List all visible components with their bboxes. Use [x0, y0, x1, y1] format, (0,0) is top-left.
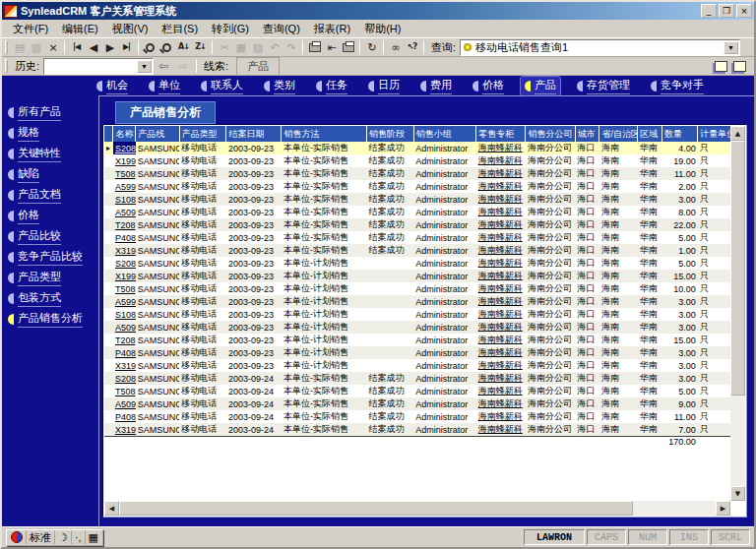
- table-row[interactable]: T508SAMSUNG移动电话2003-09-23本单位-实际销售结案成功Adm…: [104, 167, 730, 180]
- column-header-1[interactable]: 名称: [113, 126, 136, 142]
- menu-item-6[interactable]: 查询(Q): [256, 20, 307, 38]
- product-name-link[interactable]: P408: [113, 346, 136, 359]
- print-preview-button[interactable]: [340, 39, 356, 55]
- menu-item-1[interactable]: 文件(F): [6, 20, 55, 38]
- retail-counter-link[interactable]: 海南蜂新科: [476, 270, 526, 282]
- product-name-link[interactable]: X319: [113, 244, 136, 257]
- table-row[interactable]: S108SAMSUNG移动电话2003-09-23本单位-计划销售Adminis…: [104, 308, 730, 321]
- menu-item-7[interactable]: 报表(R): [307, 20, 357, 38]
- product-name-link[interactable]: A599: [113, 295, 136, 308]
- column-header-13[interactable]: 数量: [662, 126, 698, 142]
- tab-竞争对手[interactable]: 竞争对手: [647, 77, 708, 95]
- cut-button[interactable]: ✂: [216, 39, 232, 55]
- menu-item-8[interactable]: 帮助(H): [357, 20, 408, 38]
- sidebar-item-价格[interactable]: 价格: [8, 206, 98, 226]
- retail-counter-link[interactable]: 海南蜂新科: [476, 167, 526, 180]
- table-row[interactable]: P408SAMSUNG移动电话2003-09-23本单位-实际销售结案成功Adm…: [104, 231, 730, 244]
- close-button[interactable]: ×: [736, 4, 752, 18]
- sidebar-item-产品比较[interactable]: 产品比较: [8, 226, 98, 247]
- table-row[interactable]: A599SAMSUNG移动电话2003-09-23本单位-实际销售结案成功Adm…: [104, 180, 730, 193]
- sort-asc-button[interactable]: A↓: [175, 39, 192, 55]
- product-name-link[interactable]: T508: [113, 167, 136, 180]
- toolbar-gripper[interactable]: [5, 40, 8, 54]
- product-name-link[interactable]: X319: [113, 359, 136, 372]
- paste-button[interactable]: ▨: [249, 39, 266, 55]
- tab-任务[interactable]: 任务: [312, 77, 351, 95]
- table-row[interactable]: T208SAMSUNG移动电话2003-09-23本单位-计划销售Adminis…: [104, 334, 730, 346]
- retail-counter-link[interactable]: 海南蜂新科: [476, 321, 526, 334]
- query-dropdown-arrow[interactable]: ▼: [724, 41, 738, 54]
- retail-counter-link[interactable]: 海南蜂新科: [476, 218, 526, 231]
- print-setup-button[interactable]: ⇤: [323, 39, 340, 55]
- new-record-button[interactable]: ▤: [11, 39, 28, 55]
- product-name-link[interactable]: X199: [113, 154, 136, 167]
- retail-counter-link[interactable]: 海南蜂新科: [476, 346, 526, 359]
- tab-单位[interactable]: 单位: [145, 77, 184, 95]
- sidebar-item-竞争产品比较[interactable]: 竞争产品比较: [8, 247, 98, 268]
- column-header-12[interactable]: 区域: [638, 126, 662, 142]
- zoom-button[interactable]: [142, 39, 158, 55]
- ime-punct-icon[interactable]: ·,: [72, 530, 86, 544]
- retail-counter-link[interactable]: 海南蜂新科: [476, 334, 526, 346]
- sidebar-item-关键特性[interactable]: 关键特性: [8, 144, 98, 164]
- retail-counter-link[interactable]: 海南蜂新科: [476, 180, 526, 193]
- retail-counter-link[interactable]: 海南蜂新科: [476, 385, 526, 397]
- vertical-scroll-thumb[interactable]: [730, 141, 745, 396]
- product-name-link[interactable]: S108: [113, 308, 136, 321]
- tab-类别[interactable]: 类别: [260, 77, 299, 95]
- redo-button[interactable]: ↷: [283, 39, 299, 55]
- table-row[interactable]: X319SAMSUNG移动电话2003-09-23本单位-计划销售Adminis…: [104, 359, 730, 372]
- history-combobox[interactable]: ▼: [43, 58, 154, 75]
- column-header-11[interactable]: 省/自治区: [599, 126, 638, 142]
- column-header-14[interactable]: 计量单位: [698, 126, 730, 142]
- sidebar-item-规格[interactable]: 规格: [8, 123, 98, 144]
- product-name-link[interactable]: X199: [113, 270, 136, 282]
- tab-存货管理[interactable]: 存货管理: [573, 77, 634, 95]
- column-header-4[interactable]: 结案日期: [226, 126, 282, 142]
- table-row[interactable]: S208SAMSUNG移动电话2003-09-23本单位-计划销售Adminis…: [104, 257, 730, 270]
- scroll-down-icon[interactable]: ▼: [730, 486, 745, 501]
- ime-mode-label[interactable]: 标准: [27, 530, 55, 544]
- column-header-2[interactable]: 产品线: [136, 126, 180, 142]
- column-header-10[interactable]: 城市: [575, 126, 599, 142]
- product-name-link[interactable]: P408: [113, 231, 136, 244]
- table-row[interactable]: A509SAMSUNG移动电话2003-09-23本单位-实际销售结案成功Adm…: [104, 206, 730, 218]
- retail-counter-link[interactable]: 海南蜂新科: [476, 295, 526, 308]
- back-icon[interactable]: ⇦: [154, 58, 173, 74]
- table-row[interactable]: P408SAMSUNG移动电话2003-09-24本单位-实际销售结案成功Adm…: [104, 410, 730, 423]
- table-row[interactable]: T208SAMSUNG移动电话2003-09-23本单位-实际销售结案成功Adm…: [104, 218, 730, 231]
- column-header-3[interactable]: 产品类型: [179, 126, 226, 142]
- horizontal-scrollbar[interactable]: ◀ ▶: [104, 501, 730, 516]
- retail-counter-link[interactable]: 海南蜂新科: [476, 423, 526, 437]
- product-name-link[interactable]: T508: [113, 282, 136, 295]
- forward-icon[interactable]: ⇨: [173, 58, 193, 74]
- report-card-icon[interactable]: [715, 61, 727, 72]
- last-record-button[interactable]: ▶|: [118, 39, 135, 55]
- product-name-link[interactable]: A509: [113, 321, 136, 334]
- sidebar-item-缺陷[interactable]: 缺陷: [8, 164, 98, 185]
- refresh-button[interactable]: ↻: [363, 39, 380, 55]
- product-name-link[interactable]: S208: [113, 372, 136, 385]
- table-row[interactable]: P408SAMSUNG移动电话2003-09-23本单位-计划销售Adminis…: [104, 346, 730, 359]
- column-header-9[interactable]: 销售分公司: [526, 126, 575, 142]
- copy-button[interactable]: ▦: [232, 39, 249, 55]
- next-record-button[interactable]: ▶: [101, 39, 118, 55]
- tab-价格[interactable]: 价格: [469, 77, 508, 95]
- product-name-link[interactable]: A509: [113, 206, 136, 218]
- table-row[interactable]: A509SAMSUNG移动电话2003-09-24本单位-实际销售结案成功Adm…: [104, 397, 730, 410]
- zoom-query-button[interactable]: [158, 39, 175, 55]
- column-header-7[interactable]: 销售小组: [413, 126, 476, 142]
- context-help-button[interactable]: ↖?: [404, 39, 420, 55]
- column-header-5[interactable]: 销售方法: [282, 126, 367, 142]
- ime-logo-icon[interactable]: [8, 530, 27, 544]
- product-name-link[interactable]: T208: [113, 218, 136, 231]
- retail-counter-link[interactable]: 海南蜂新科: [476, 359, 526, 372]
- minimize-button[interactable]: _: [701, 4, 717, 18]
- retail-counter-link[interactable]: 海南蜂新科: [476, 410, 526, 423]
- scroll-left-icon[interactable]: ◀: [104, 501, 119, 516]
- find-button[interactable]: ∞: [387, 39, 404, 55]
- tab-费用[interactable]: 费用: [416, 77, 456, 95]
- product-name-link[interactable]: A509: [113, 397, 136, 410]
- table-row[interactable]: X319SAMSUNG移动电话2003-09-24本单位-实际销售结案成功Adm…: [104, 423, 730, 437]
- retail-counter-link[interactable]: 海南蜂新科: [476, 308, 526, 321]
